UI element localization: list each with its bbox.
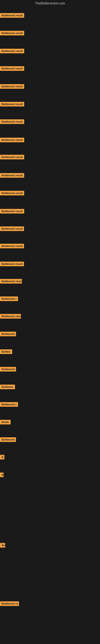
bottleneck-badge: Bottleneck [0,332,16,336]
bottleneck-badge: Bottleneck result [0,13,24,18]
bottleneck-badge: Bo [0,543,5,548]
bottleneck-item[interactable]: Bo [0,543,5,548]
bottleneck-badge: Bottleneck r [0,402,18,407]
bottleneck-badge: Bottleneck result [0,49,24,53]
bottleneck-badge: Bottleneck result [0,173,24,178]
bottleneck-item[interactable]: Bottleneck result [0,191,24,196]
bottleneck-item[interactable]: Bottleneck result [0,119,24,125]
bottleneck-badge: Bottleneck result [0,279,22,284]
bottleneck-item[interactable]: Bottleneck result [0,31,24,36]
bottleneck-item[interactable]: Bottleneck resu [0,314,21,320]
bottleneck-badge: B [0,455,4,460]
bottleneck-item[interactable]: Bottleneck result [0,209,24,214]
bottleneck-item[interactable]: Bottleneck result [0,49,24,54]
bottleneck-item[interactable]: Bottleneck re [0,601,19,607]
bottleneck-item[interactable]: B [0,472,3,478]
bottleneck-item[interactable]: Bottle [0,420,11,425]
bottleneck-badge: Bottlenec [0,384,15,389]
bottleneck-badge: Bottleneck resu [0,314,21,318]
bottleneck-item[interactable]: Bottlenec [0,384,15,390]
bottleneck-item[interactable]: Bottleneck result [0,279,22,284]
bottleneck-badge: Bottleneck [0,367,16,372]
bottleneck-badge: Bottle [0,420,11,424]
bottleneck-item[interactable]: Bottleneck result [0,138,24,143]
bottleneck-item[interactable]: Bottleneck result [0,155,24,160]
bottleneck-item[interactable]: Bottleneck result [0,66,24,72]
bottleneck-badge: Bottleneck result [0,226,24,231]
bottleneck-item[interactable]: Bottleneck result [0,102,24,107]
bottleneck-item[interactable]: Bottleneck result [0,226,24,232]
bottleneck-badge: Bottleneck result [0,66,24,71]
bottleneck-item[interactable]: Bottleneck result [0,84,24,90]
bottleneck-badge: Bottleneck result [0,138,24,142]
bottleneck-item[interactable]: Bottleneck result [0,262,24,267]
bottleneck-badge: Bottleneck result [0,262,24,266]
bottleneck-badge: Bottleneck result [0,84,24,89]
bottleneck-badge: Bottleneck result [0,102,24,106]
bottleneck-item[interactable]: Bottleneck result [0,13,24,18]
bottleneck-item[interactable]: Bottlen [0,349,12,355]
bottleneck-badge: Bottleneck re [0,601,19,606]
site-title: TheBottlenecker.com [0,0,100,8]
bottleneck-item[interactable]: Bottleneck r [0,402,18,408]
bottleneck-badge: Bottleneck r [0,296,18,301]
bottleneck-badge: Bottleneck result [0,191,24,196]
bottleneck-item[interactable]: Bottleneck result [0,173,24,178]
bottleneck-badge: Bottleneck result [0,155,24,160]
bottleneck-badge: Bottleneck result [0,31,24,36]
bottleneck-item[interactable]: Bottleneck r [0,296,18,302]
bottleneck-badge: Bottlen [0,349,12,354]
bottleneck-badge: Bottleneck result [0,119,24,124]
bottleneck-badge: Bottleneck [0,437,16,442]
bottleneck-badge: Bottleneck result [0,244,24,248]
bottleneck-badge: Bottleneck result [0,209,24,214]
bottleneck-item[interactable]: Bottleneck [0,332,16,337]
bottleneck-item[interactable]: Bottleneck [0,437,16,443]
bottleneck-item[interactable]: B [0,455,4,460]
bottleneck-badge: B [0,472,3,477]
bottleneck-item[interactable]: Bottleneck result [0,244,24,249]
bottleneck-item[interactable]: Bottleneck [0,367,16,372]
